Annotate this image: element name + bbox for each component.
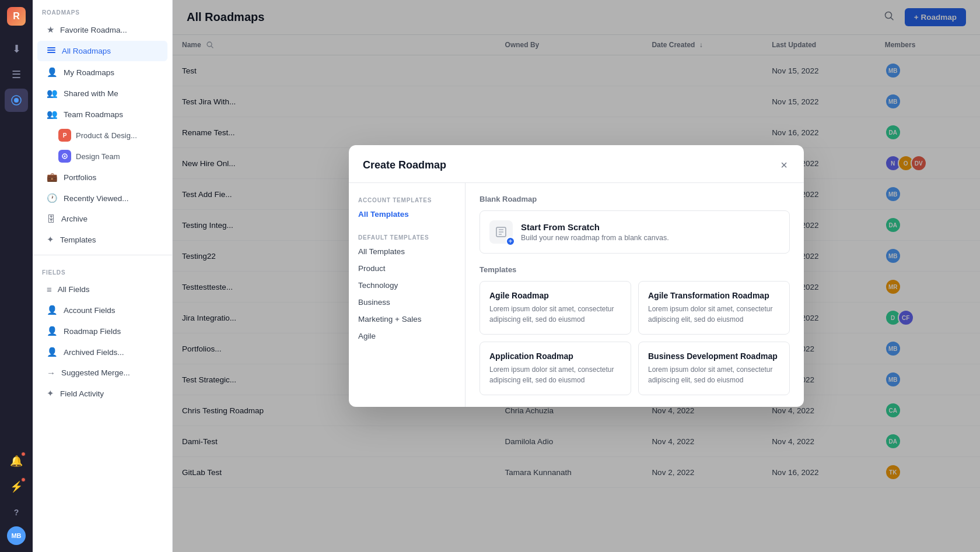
fields-list-icon: ≡ (47, 284, 52, 294)
template-card-title: Agile Transformation Roadmap (648, 291, 780, 300)
download-nav-item[interactable]: ⬇ (5, 37, 28, 61)
sidebar-item-label: All Roadmaps (62, 47, 111, 55)
sidebar-item-label: Roadmap Fields (64, 327, 121, 336)
svg-rect-2 (47, 47, 55, 48)
activity-icon: ✦ (47, 388, 54, 399)
sidebar-item-my[interactable]: 👤 My Roadmaps (37, 62, 167, 82)
sidebar-item-label: Team Roadmaps (64, 110, 123, 119)
menu-nav-item[interactable]: ☰ (5, 63, 28, 86)
roadmap-fields-icon: 👤 (47, 326, 58, 336)
person-icon: 👤 (47, 67, 58, 78)
template-card-title: Agile Roadmap (489, 291, 621, 300)
template-card-desc: Lorem ipsum dolor sit amet, consectetur … (489, 304, 621, 325)
product-avatar: P (58, 129, 71, 142)
sidebar-item-team[interactable]: 👥 Team Roadmaps (37, 104, 167, 124)
modal-overlay[interactable]: Create Roadmap × ACCOUNT TEMPLATES All T… (173, 0, 980, 552)
sidebar-item-label: My Roadmaps (64, 68, 114, 77)
sidebar-item-field-activity[interactable]: ✦ Field Activity (37, 384, 167, 403)
account-fields-icon: 👤 (47, 305, 58, 315)
template-card[interactable]: Business Development Roadmap Lorem ipsum… (638, 342, 790, 395)
download-icon[interactable]: ⬇ (5, 37, 28, 61)
template-card-title: Business Development Roadmap (648, 351, 780, 361)
nav-agile[interactable]: Agile (349, 328, 465, 344)
roadmaps-icon[interactable] (5, 89, 28, 112)
sidebar-item-label: Suggested Merge... (61, 368, 130, 377)
sidebar-item-shared[interactable]: 👥 Shared with Me (37, 83, 167, 103)
sidebar-item-favorite[interactable]: ★ Favorite Roadma... (37, 20, 167, 40)
list-icon (47, 45, 56, 57)
start-from-scratch-card[interactable]: + Start From Scratch Build your new road… (480, 210, 790, 254)
scratch-card-text: Start From Scratch Build your new roadma… (521, 222, 669, 242)
sidebar-item-all-fields[interactable]: ≡ All Fields (37, 280, 167, 299)
template-card[interactable]: Agile Roadmap Lorem ipsum dolor sit amet… (480, 281, 631, 335)
roadmaps-nav-item[interactable] (5, 89, 28, 112)
plus-icon: + (506, 237, 515, 246)
default-templates-section-label: DEFAULT TEMPLATES (349, 230, 465, 243)
template-card-desc: Lorem ipsum dolor sit amet, consectetur … (648, 304, 780, 325)
sidebar-item-label: Archive (61, 215, 88, 223)
sidebar-item-label: Favorite Roadma... (60, 26, 127, 34)
scratch-icon: + (489, 220, 513, 244)
template-grid: Agile Roadmap Lorem ipsum dolor sit amet… (480, 281, 790, 395)
template-content: Blank Roadmap + Start Fr (466, 183, 804, 407)
template-card[interactable]: Agile Transformation Roadmap Lorem ipsum… (638, 281, 790, 335)
sidebar-item-label: Recently Viewed... (64, 194, 129, 203)
sidebar-item-portfolios[interactable]: 💼 Portfolios (37, 167, 167, 187)
sidebar-item-recently[interactable]: 🕐 Recently Viewed... (37, 188, 167, 208)
template-nav: ACCOUNT TEMPLATES All Templates DEFAULT … (349, 183, 466, 407)
template-card-desc: Lorem ipsum dolor sit amet, consectetur … (489, 364, 621, 385)
briefcase-icon: 💼 (47, 172, 58, 182)
app-logo[interactable]: R (7, 7, 26, 26)
sidebar-item-label: All Fields (58, 285, 90, 294)
icon-rail: R ⬇ ☰ 🔔 ⚡ ? MB (0, 0, 33, 552)
svg-point-1 (14, 98, 19, 103)
merge-icon: → (47, 368, 55, 378)
create-roadmap-modal: Create Roadmap × ACCOUNT TEMPLATES All T… (349, 145, 804, 407)
help-nav-item[interactable]: ? (5, 501, 28, 524)
main-content: All Roadmaps + Roadmap Name (173, 0, 980, 552)
bell-nav-item[interactable]: 🔔 (5, 449, 28, 473)
sidebar: ROADMAPS ★ Favorite Roadma... All Roadma… (33, 0, 173, 552)
sidebar-item-roadmap-fields[interactable]: 👤 Roadmap Fields (37, 321, 167, 341)
templates-section-label: Templates (480, 265, 790, 274)
zap-nav-item[interactable]: ⚡ (5, 475, 28, 498)
svg-rect-4 (47, 52, 55, 53)
sidebar-item-suggested-merge[interactable]: → Suggested Merge... (37, 363, 167, 382)
roadmaps-section-label: ROADMAPS (33, 0, 172, 19)
sidebar-item-archived-fields[interactable]: 👤 Archived Fields... (37, 342, 167, 362)
sidebar-item-account-fields[interactable]: 👤 Account Fields (37, 300, 167, 320)
template-card[interactable]: Application Roadmap Lorem ipsum dolor si… (480, 342, 631, 395)
nav-business[interactable]: Business (349, 294, 465, 311)
sidebar-divider (33, 255, 172, 255)
sidebar-subitem-label: Product & Desig... (76, 131, 137, 140)
svg-point-6 (64, 156, 66, 157)
scratch-desc: Build your new roadmap from a blank canv… (521, 234, 669, 242)
sidebar-subitem-product[interactable]: P Product & Desig... (37, 125, 167, 145)
template-card-title: Application Roadmap (489, 351, 621, 361)
user-avatar[interactable]: MB (7, 526, 26, 545)
menu-icon[interactable]: ☰ (5, 63, 28, 86)
sidebar-subitem-design[interactable]: Design Team (37, 146, 167, 166)
help-icon[interactable]: ? (5, 501, 28, 524)
zap-dot (21, 477, 26, 482)
sidebar-item-label: Account Fields (64, 306, 116, 315)
archive-icon: 🗄 (47, 214, 55, 224)
nav-technology[interactable]: Technology (349, 277, 465, 294)
bell-dot (21, 452, 26, 456)
nav-marketing-sales[interactable]: Marketing + Sales (349, 311, 465, 328)
sidebar-item-archive[interactable]: 🗄 Archive (37, 209, 167, 228)
close-modal-button[interactable]: × (778, 157, 790, 173)
nav-all-templates[interactable]: All Templates (349, 243, 465, 260)
star-icon: ★ (47, 24, 54, 35)
modal-header: Create Roadmap × (349, 145, 804, 183)
templates-icon: ✦ (47, 234, 54, 245)
sidebar-item-templates[interactable]: ✦ Templates (37, 230, 167, 249)
scratch-title: Start From Scratch (521, 222, 669, 232)
nav-product[interactable]: Product (349, 260, 465, 277)
sidebar-item-label: Templates (60, 235, 96, 244)
sidebar-item-all[interactable]: All Roadmaps (37, 41, 167, 61)
account-templates-section-label: ACCOUNT TEMPLATES (349, 192, 465, 206)
all-templates-account-nav-item[interactable]: All Templates (349, 206, 465, 223)
sidebar-item-label: Shared with Me (64, 89, 118, 98)
people-icon: 👥 (47, 88, 58, 99)
